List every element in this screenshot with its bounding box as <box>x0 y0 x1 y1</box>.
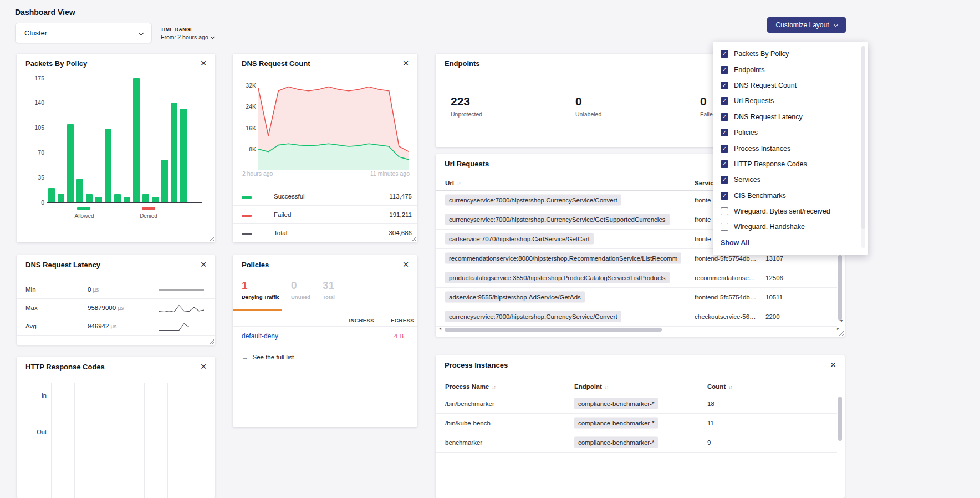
column-header-egress: EGRESS <box>384 317 414 323</box>
vertical-scrollbar-thumb[interactable] <box>838 255 842 321</box>
sort-icon[interactable]: ↓↑ <box>492 384 496 390</box>
y-axis-tick: 0 <box>25 199 44 206</box>
customize-menu-item[interactable]: ✓ HTTP Response Codes <box>713 156 868 172</box>
url-cell: currencyservice:7000/hipstershop.Currenc… <box>445 210 670 230</box>
y-axis-tick: 16K <box>237 125 256 131</box>
customize-menu-item[interactable]: ✓ Packets By Policy <box>713 46 868 62</box>
menu-scrollbar-thumb[interactable] <box>861 46 865 229</box>
checkbox-icon[interactable] <box>721 223 728 231</box>
chevron-down-icon <box>833 22 838 27</box>
url-pill[interactable]: adservice:9555/hipstershop.AdService/Get… <box>445 292 585 303</box>
http-row-label-out: Out <box>24 429 47 435</box>
card-title: Process Instances <box>445 361 508 369</box>
url-pill[interactable]: productcatalogservice:3550/hipstershop.P… <box>445 272 670 283</box>
close-icon[interactable]: × <box>197 360 210 373</box>
customize-layout-button[interactable]: Customize Layout <box>767 17 846 33</box>
column-header-ingress: INGRESS <box>344 317 374 323</box>
close-icon[interactable]: × <box>197 57 210 69</box>
checkbox-icon[interactable]: ✓ <box>721 129 728 136</box>
endpoint-pill[interactable]: compliance-benchmarker-* <box>574 398 658 409</box>
checkbox-icon[interactable] <box>721 207 728 215</box>
customize-menu-item[interactable]: ✓ CIS Benchmarks <box>713 188 868 204</box>
customize-menu-item[interactable]: Wireguard. Bytes sent/received <box>713 204 868 219</box>
endpoint-pill[interactable]: compliance-benchmarker-* <box>574 437 658 448</box>
x-axis <box>47 202 202 203</box>
view-selector-value: Cluster <box>24 29 47 37</box>
card-title: Policies <box>242 261 269 269</box>
checkbox-icon[interactable]: ✓ <box>721 82 728 89</box>
sort-icon[interactable]: ↓↑ <box>605 384 609 390</box>
url-pill[interactable]: currencyservice:7000/hipstershop.Currenc… <box>445 311 621 322</box>
see-full-list-link[interactable]: →See the full list <box>242 354 294 360</box>
policies-card: Policies × 1 Denying Traffic 0 Unused 31… <box>233 255 417 427</box>
time-range-from: From: 2 hours ago <box>161 34 208 40</box>
policy-egress-value: 4 B <box>384 327 414 346</box>
count-cell: 18 <box>707 394 714 414</box>
checkbox-icon[interactable]: ✓ <box>721 97 728 105</box>
resize-handle[interactable] <box>209 339 214 344</box>
customize-menu-item[interactable]: ✓ Policies <box>713 125 868 140</box>
close-icon[interactable]: × <box>400 57 412 69</box>
url-pill[interactable]: cartservice:7070/hipstershop.CartService… <box>445 233 594 245</box>
column-header-url[interactable]: Url↓↑ <box>445 175 460 191</box>
checkbox-icon[interactable]: ✓ <box>721 145 728 153</box>
sort-icon[interactable]: ↓↑ <box>457 181 461 186</box>
url-pill[interactable]: currencyservice:7000/hipstershop.Currenc… <box>445 214 670 225</box>
checkbox-icon[interactable]: ✓ <box>721 160 728 168</box>
checkbox-icon[interactable]: ✓ <box>721 192 728 200</box>
sort-icon[interactable]: ↓↑ <box>728 384 732 390</box>
close-icon[interactable]: × <box>827 359 839 371</box>
latency-unit: µs <box>93 287 99 293</box>
checkbox-icon[interactable]: ✓ <box>721 113 728 121</box>
process-instances-card: Process Instances × Process Name↓↑ Endpo… <box>436 355 845 498</box>
scroll-left-icon[interactable]: ◂ <box>439 326 441 331</box>
bar <box>142 194 149 202</box>
close-icon[interactable]: × <box>197 258 210 271</box>
customize-layout-menu: ✓ Packets By Policy ✓ Endpoints ✓ DNS Re… <box>713 42 868 255</box>
column-header-count[interactable]: Count↓↑ <box>707 379 732 395</box>
resize-handle[interactable] <box>209 236 214 241</box>
process-table-row: benchmarker compliance-benchmarker-* 9 <box>436 433 837 453</box>
column-label: Url <box>445 180 454 186</box>
legend-value: 304,686 <box>389 224 412 242</box>
customize-menu-item[interactable]: ✓ Services <box>713 172 868 187</box>
checkbox-icon[interactable]: ✓ <box>721 50 728 58</box>
latency-sparkline <box>158 303 205 313</box>
customize-menu-item[interactable]: ✓ Endpoints <box>713 62 868 77</box>
customize-menu-item[interactable]: Wireguard. Handshake <box>713 219 868 235</box>
scroll-down-icon[interactable]: ▾ <box>840 318 843 323</box>
customize-menu-item[interactable]: ✓ DNS Request Count <box>713 78 868 93</box>
service-cell: recommendationse… <box>695 268 760 288</box>
horizontal-scrollbar-thumb[interactable] <box>445 328 662 332</box>
customize-menu-item[interactable]: ✓ Url Requests <box>713 93 868 109</box>
show-all-link[interactable]: Show All <box>713 235 868 251</box>
checkbox-icon[interactable]: ✓ <box>721 176 728 184</box>
column-header-endpoint[interactable]: Endpoint↓↑ <box>574 379 608 395</box>
customize-menu-item[interactable]: ✓ DNS Request Latency <box>713 109 868 125</box>
tab-value: 31 <box>323 280 356 292</box>
close-icon[interactable]: × <box>400 258 412 271</box>
endpoint-pill[interactable]: compliance-benchmarker-* <box>574 418 658 429</box>
card-title: DNS Request Latency <box>25 261 100 269</box>
resize-handle[interactable] <box>839 331 844 336</box>
legend-label: Failed <box>274 206 291 224</box>
customize-menu-item[interactable]: ✓ Process Instances <box>713 140 868 156</box>
tab-value: 0 <box>291 280 323 292</box>
url-pill[interactable]: currencyservice:7000/hipstershop.Currenc… <box>445 195 621 206</box>
url-pill[interactable]: recommendationservice:8080/hipstershop.R… <box>445 253 681 264</box>
latency-unit: µs <box>118 305 124 311</box>
policy-name-link[interactable]: default-deny <box>242 327 278 346</box>
card-title: HTTP Response Codes <box>25 363 105 371</box>
vertical-scrollbar-thumb[interactable] <box>838 397 842 441</box>
http-chart-grid <box>51 383 208 498</box>
view-selector[interactable]: Cluster <box>15 23 152 43</box>
process-table-row: /bin/benchmarker compliance-benchmarker-… <box>436 394 837 414</box>
scroll-right-icon[interactable]: ▸ <box>837 326 839 331</box>
time-range-value[interactable]: From: 2 hours ago <box>161 34 214 40</box>
column-header-process-name[interactable]: Process Name↓↑ <box>445 379 496 395</box>
policies-tab[interactable]: 1 Denying Traffic <box>233 276 282 311</box>
checkbox-icon[interactable]: ✓ <box>721 66 728 74</box>
policies-tab[interactable]: 0 Unused <box>291 276 323 311</box>
menu-scrollbar-track[interactable] <box>861 46 865 248</box>
policies-tab[interactable]: 31 Total <box>323 276 356 311</box>
